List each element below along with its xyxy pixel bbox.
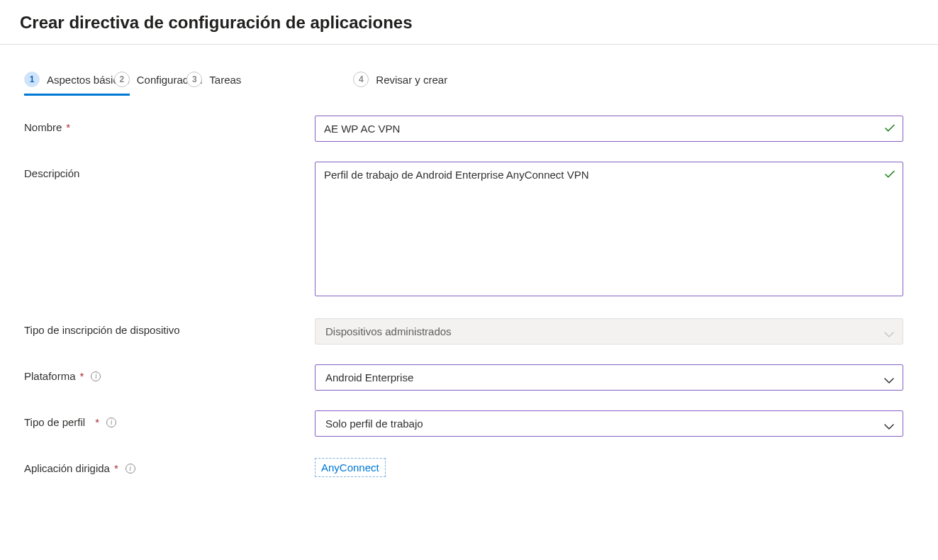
targeted-app-link[interactable]: AnyConnect <box>315 458 386 477</box>
select-value: Android Enterprise <box>325 371 413 383</box>
chevron-down-icon <box>884 374 894 381</box>
info-icon[interactable]: i <box>91 371 101 381</box>
checkmark-icon <box>883 122 896 135</box>
description-field-wrap <box>315 162 903 298</box>
chevron-down-icon <box>884 420 894 427</box>
required-asterisk: * <box>114 462 118 474</box>
required-asterisk: * <box>80 370 84 382</box>
required-asterisk: * <box>95 416 99 428</box>
name-field-wrap <box>315 116 903 142</box>
label-text: Tipo de inscripción de dispositivo <box>24 324 180 336</box>
targeted-app-wrap: AnyConnect <box>315 457 917 477</box>
page-root: Crear directiva de configuración de apli… <box>0 0 938 491</box>
label-text: Tipo de perfil <box>24 416 85 428</box>
form: Nombre* Descripción Tipo de inscripc <box>24 116 917 477</box>
step-number-icon: 4 <box>353 72 369 87</box>
select-value: Dispositivos administrados <box>325 325 452 337</box>
step-label: Tareas <box>209 74 241 86</box>
page-title: Crear directiva de configuración de apli… <box>20 13 918 33</box>
step-number-icon: 1 <box>24 72 40 87</box>
required-asterisk: * <box>66 121 70 133</box>
label-description: Descripción <box>24 162 315 179</box>
profile-type-select[interactable]: Solo perfil de trabajo <box>315 410 903 437</box>
description-textarea[interactable] <box>315 162 903 296</box>
label-profile-type: Tipo de perfil * i <box>24 410 315 428</box>
wizard-step-review-create[interactable]: 4 Revisar y crear <box>353 72 447 94</box>
wizard-step-tasks[interactable]: 3 Tareas <box>186 72 241 94</box>
wizard-steps: 1 Aspectos básicos 2 Configuración 3 Tar… <box>24 72 918 94</box>
page-content: 1 Aspectos básicos 2 Configuración 3 Tar… <box>0 45 938 491</box>
step-number-icon: 3 <box>186 72 202 87</box>
label-targeted-app: Aplicación dirigida* i <box>24 457 315 474</box>
label-text: Descripción <box>24 167 79 179</box>
select-value: Solo perfil de trabajo <box>325 418 423 430</box>
label-platform: Plataforma* i <box>24 364 315 382</box>
enrollment-type-select: Dispositivos administrados <box>315 318 903 345</box>
label-text: Aplicación dirigida <box>24 462 110 474</box>
info-icon[interactable]: i <box>106 418 116 427</box>
step-number-icon: 2 <box>114 72 130 87</box>
name-input[interactable] <box>315 116 903 142</box>
checkmark-icon <box>883 168 896 181</box>
label-enrollment-type: Tipo de inscripción de dispositivo <box>24 318 315 336</box>
step-label: Revisar y crear <box>376 74 447 86</box>
page-header: Crear directiva de configuración de apli… <box>0 0 938 45</box>
platform-select[interactable]: Android Enterprise <box>315 364 903 391</box>
info-icon[interactable]: i <box>125 464 135 474</box>
label-text: Plataforma <box>24 370 76 382</box>
chevron-down-icon <box>884 328 894 335</box>
label-text: Nombre <box>24 121 62 133</box>
label-name: Nombre* <box>24 116 315 133</box>
